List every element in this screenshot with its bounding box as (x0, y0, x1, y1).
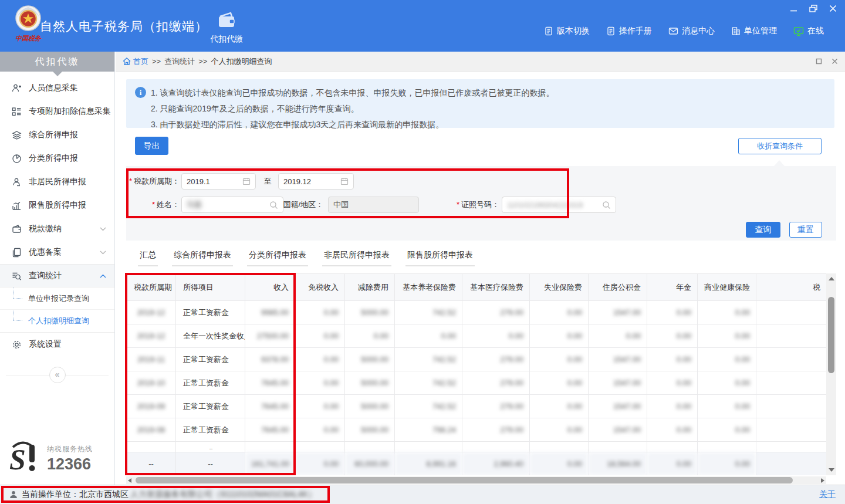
tab[interactable]: 汇总 (138, 250, 158, 266)
chevron-down-icon (100, 251, 106, 255)
sidebar-item-nonresident-income[interactable]: 非居民所得申报 (0, 170, 114, 194)
nav-tab-label: 代扣代缴 (204, 34, 249, 45)
sidebar-item-tax-payment[interactable]: 税款缴纳 (0, 217, 114, 241)
query-button[interactable]: 查询 (746, 222, 780, 238)
chevron-down-icon (100, 227, 106, 231)
submenu-personal-withholding-detail[interactable]: 个人扣缴明细查询 (0, 310, 114, 332)
horizontal-scrollbar[interactable] (126, 476, 826, 484)
submenu-unit-declaration-records[interactable]: 单位申报记录查询 (0, 287, 114, 310)
sidebar-item-label: 人员信息采集 (29, 83, 78, 93)
home-icon (123, 57, 131, 65)
pie-chart-icon (12, 154, 22, 164)
period-from-input[interactable]: 2019.1 (181, 173, 256, 190)
filter-panel: *税款所属期： 2019.1 至 2019.12 (126, 166, 836, 241)
calendar-icon[interactable] (340, 177, 349, 185)
document-icon (544, 26, 553, 36)
nationality-label: 国籍/地区： (278, 197, 323, 213)
breadcrumb-home-label: 首页 (133, 56, 148, 67)
tab[interactable]: 限售股所得申报表 (405, 250, 475, 266)
horizontal-scroll-thumb[interactable] (136, 477, 793, 483)
name-input[interactable]: 马某 (181, 197, 283, 213)
breadcrumb-separator: >> (198, 57, 207, 66)
sidebar-title: 代扣代缴 (0, 52, 114, 72)
name-label-text: 姓名： (157, 200, 180, 209)
layers-icon (12, 130, 22, 140)
sidebar-item-comprehensive-income[interactable]: 综合所得申报 (0, 123, 114, 147)
scroll-right-arrow[interactable] (821, 478, 824, 483)
restore-icon[interactable] (809, 5, 817, 12)
close-icon[interactable] (829, 5, 837, 12)
sidebar-item-preferential-filing[interactable]: 优惠备案 (0, 241, 114, 264)
notice-line: 3. 由于数据处理的滞后性，建议您在申报成功3天之后再来查询最新的申报数据。 (151, 117, 825, 133)
menu-manual[interactable]: 操作手册 (606, 26, 652, 36)
sidebar-item-personnel-info[interactable]: 人员信息采集 (0, 76, 114, 100)
period-from-value: 2019.1 (187, 177, 242, 186)
search-icon[interactable] (602, 201, 611, 209)
name-value: 马某 (187, 199, 269, 210)
vertical-scrollbar[interactable] (826, 273, 836, 475)
search-list-icon (12, 271, 22, 281)
collapse-filter-button[interactable]: 收折查询条件 (738, 138, 822, 154)
period-label: *税款所属期： (126, 173, 180, 190)
menu-unit-management[interactable]: 单位管理 (731, 26, 777, 36)
menu-label: 版本切换 (557, 26, 590, 36)
nationality-input: 中国 (328, 197, 419, 213)
scroll-down-arrow[interactable] (826, 466, 836, 474)
current-unit-blurred: 人力资源服务有限公司（91110102MA01C8AL4K） (130, 489, 316, 500)
menu-label: 在线 (807, 26, 824, 36)
sidebar-item-special-deduction[interactable]: 专项附加扣除信息采集 (0, 100, 114, 123)
table-row: 2019-08正常工资薪金7645.000.005000.00798.24279… (127, 418, 827, 442)
breadcrumb-current: 个人扣缴明细查询 (211, 56, 272, 67)
main-content: 首页 >> 查询统计 >> 个人扣缴明细查询 i 1. 该查询统计表仅能查询已申… (116, 52, 845, 485)
tab[interactable]: 非居民所得申报表 (322, 250, 391, 266)
sidebar-item-restricted-shares[interactable]: 限售股所得申报 (0, 194, 114, 217)
sidebar-menu: 人员信息采集 专项附加扣除信息采集 综合所得申报 (0, 76, 114, 383)
submenu-label: 单位申报记录查询 (28, 294, 89, 303)
app-title: 自然人电子税务局（扣缴端） (40, 18, 208, 35)
id-number-label: *证照号码： (448, 197, 499, 213)
breadcrumb-item: 查询统计 (164, 56, 195, 67)
name-label: *姓名： (126, 197, 180, 213)
reset-button[interactable]: 重置 (789, 222, 822, 238)
export-button[interactable]: 导出 (135, 137, 168, 155)
table-foot: ----161,741.000.0060,000.008,991.162,960… (127, 452, 827, 476)
gear-icon (12, 340, 22, 350)
scroll-left-arrow[interactable] (128, 478, 131, 483)
status-bar: 当前操作单位：北京市西城区人力资源服务有限公司（91110102MA01C8AL… (0, 485, 845, 504)
search-icon[interactable] (269, 201, 278, 209)
breadcrumb-home[interactable]: 首页 (123, 56, 148, 67)
panel-maximize-icon[interactable] (816, 58, 822, 65)
sidebar-item-system-settings[interactable]: 系统设置 (0, 333, 114, 356)
sidebar-collapse-button[interactable]: « (49, 367, 66, 383)
sidebar-item-classified-income[interactable]: 分类所得申报 (0, 147, 114, 170)
period-to-value: 2019.12 (283, 177, 340, 186)
menu-version-switch[interactable]: 版本切换 (544, 26, 590, 36)
menu-label: 单位管理 (744, 26, 777, 36)
envelope-icon (668, 26, 678, 36)
sidebar-item-query-statistics[interactable]: 查询统计 (0, 264, 114, 287)
vertical-scroll-thumb[interactable] (828, 297, 834, 373)
user-icon (9, 491, 18, 499)
id-number-input[interactable]: 110102199304222319 (502, 197, 616, 213)
notice-lines: 1. 该查询统计表仅能查询已申报成功的数据，不包含未申报、申报失败，已申报但已作… (151, 85, 825, 133)
minimize-icon[interactable] (790, 5, 797, 12)
calendar-icon[interactable] (242, 177, 251, 185)
tab[interactable]: 分类所得申报表 (247, 250, 308, 266)
menu-message-center[interactable]: 消息中心 (668, 26, 715, 36)
bar-chart-icon (12, 201, 22, 211)
menu-online-status[interactable]: 在线 (793, 26, 824, 36)
tax-emblem-logo: 中国税务 (14, 4, 42, 48)
sidebar-collapse-wrap: « (0, 367, 114, 383)
required-mark: * (457, 200, 459, 209)
panel-close-icon[interactable] (832, 58, 838, 65)
period-to-input[interactable]: 2019.12 (278, 173, 354, 190)
panel-controls (816, 58, 838, 65)
breadcrumb-separator: >> (152, 57, 161, 66)
notice-line: 1. 该查询统计表仅能查询已申报成功的数据，不包含未申报、申报失败，已申报但已作… (151, 85, 825, 101)
sidebar-item-label: 专项附加扣除信息采集 (29, 106, 111, 117)
about-link[interactable]: 关于 (819, 489, 836, 500)
scroll-up-arrow[interactable] (826, 275, 836, 283)
required-mark: * (129, 177, 132, 185)
tab[interactable]: 综合所得申报表 (172, 250, 233, 266)
nav-tab-withholding[interactable]: 代扣代缴 (204, 12, 249, 45)
